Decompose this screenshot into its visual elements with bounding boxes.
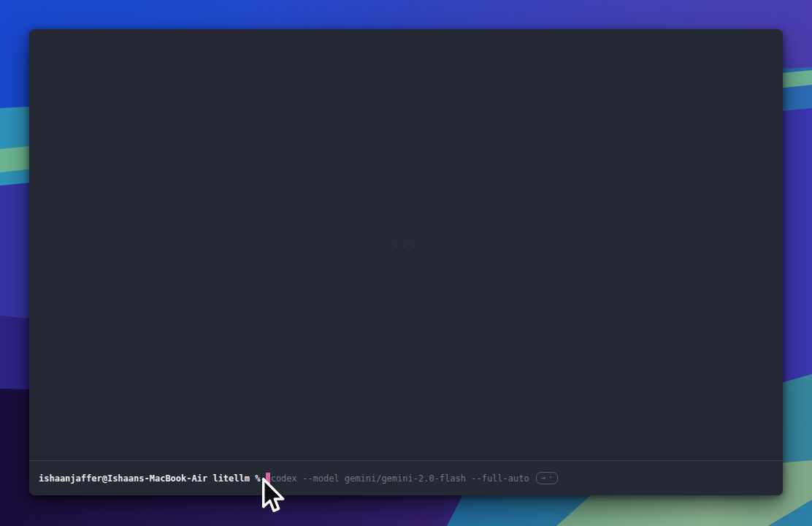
shell-prompt: ishaanjaffer@Ishaans-MacBook-Air litellm… [39,474,266,483]
command-input-line[interactable]: ishaanjaffer@Ishaans-MacBook-Air litellm… [29,461,783,495]
autosuggestion-text: codex --model gemini/gemini-2.0-flash --… [271,474,529,483]
desktop: ··· ishaanjaffer@Ishaans-MacBook-Air lit… [0,0,812,526]
accept-suggestion-hint-badge: → · [536,472,558,484]
loading-dots: ··· [393,240,418,251]
terminal-buffer: ··· [29,29,783,460]
terminal-window[interactable]: ··· ishaanjaffer@Ishaans-MacBook-Air lit… [29,29,783,495]
dot-icon: · [548,473,553,482]
text-cursor [266,473,270,484]
right-arrow-icon: → [541,473,545,482]
